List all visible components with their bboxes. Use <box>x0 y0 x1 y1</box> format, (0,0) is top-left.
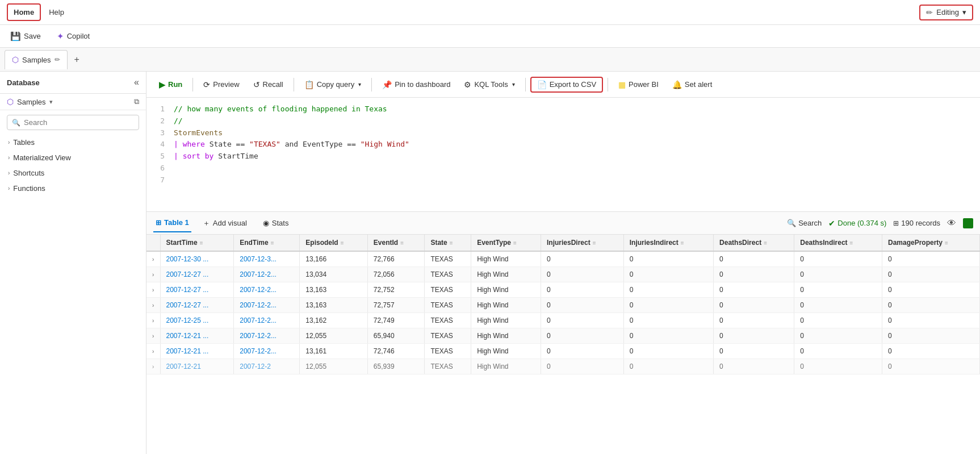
set-alert-button[interactable]: 🔔 Set alert <box>667 77 718 92</box>
export-csv-button[interactable]: 📄 Export to CSV <box>530 77 603 93</box>
th-state[interactable]: State≡ <box>425 235 471 251</box>
sidebar-shortcuts-label: Shortcuts <box>13 169 44 177</box>
stats-button[interactable]: ◉ Stats <box>258 216 294 230</box>
chevron-down-icon: ▾ <box>49 98 53 106</box>
samples-icon: ⬡ <box>12 55 19 64</box>
preview-button[interactable]: ⟳ Preview <box>198 77 245 92</box>
run-button[interactable]: ▶ Run <box>153 77 188 92</box>
table-row: ›2007-12-25 ...2007-12-2...13,16272,749T… <box>146 313 980 328</box>
tab-samples[interactable]: ⬡ Samples ✏ <box>5 50 68 69</box>
expand-row-button[interactable]: › <box>152 333 154 339</box>
results-search-button[interactable]: 🔍 Search <box>787 219 822 227</box>
done-icon: ✔ <box>828 219 835 228</box>
eye-button[interactable]: 👁 <box>947 218 956 228</box>
th-starttime[interactable]: StartTime≡ <box>160 235 234 251</box>
tab-samples-label: Samples <box>22 56 51 64</box>
results-tbody: ›2007-12-30 ...2007-12-3...13,16672,766T… <box>146 251 980 374</box>
code-line-4: 4 | where State == "TEXAS" and EventType… <box>153 139 973 151</box>
sidebar-item-shortcuts[interactable]: › Shortcuts <box>0 165 146 181</box>
save-button[interactable]: 💾 Save <box>7 29 44 44</box>
chevron-down-icon: ▾ <box>962 8 966 16</box>
expand-row-button[interactable]: › <box>152 287 154 293</box>
power-bi-button[interactable]: ▦ Power BI <box>613 77 664 92</box>
sidebar-functions-label: Functions <box>13 184 45 193</box>
separator <box>294 78 294 91</box>
nav-help[interactable]: Help <box>43 5 70 20</box>
expand-row-button[interactable]: › <box>152 272 154 278</box>
tab-table1[interactable]: ⊞ Table 1 <box>153 214 191 232</box>
th-deathsindirect[interactable]: DeathsIndirect≡ <box>794 235 882 251</box>
th-expand <box>146 235 160 251</box>
chevron-right-icon: › <box>8 170 10 176</box>
kql-icon: ⚙ <box>464 80 471 89</box>
alert-icon: 🔔 <box>672 80 682 89</box>
pin-to-dashboard-button[interactable]: 📌 Pin to dashboard <box>376 77 456 92</box>
recall-label: Recall <box>263 80 283 89</box>
nav-home[interactable]: Home <box>7 3 41 21</box>
preview-icon: ⟳ <box>203 80 210 89</box>
sidebar-item-tables[interactable]: › Tables <box>0 135 146 150</box>
th-eventtype[interactable]: EventType≡ <box>471 235 541 251</box>
sidebar-matview-label: Materialized View <box>13 153 71 162</box>
table1-label: Table 1 <box>164 218 189 227</box>
tab-bar: ⬡ Samples ✏ + <box>0 48 980 72</box>
code-line-6: 6 <box>153 163 973 174</box>
results-tabs-bar: ⊞ Table 1 ＋ Add visual ◉ Stats 🔍 <box>146 212 980 235</box>
chevron-right-icon: › <box>8 155 10 161</box>
copy-query-label: Copy query <box>317 80 354 89</box>
add-visual-label: Add visual <box>213 219 247 227</box>
copy-query-button[interactable]: 📋 Copy query ▾ <box>299 77 367 92</box>
sidebar-item-materialized-view[interactable]: › Materialized View <box>0 150 146 165</box>
sidebar-collapse-button[interactable]: « <box>134 77 139 88</box>
sidebar-db-item[interactable]: ⬡ Samples ▾ ⧉ <box>0 94 146 110</box>
expand-row-button[interactable]: › <box>152 348 154 355</box>
query-toolbar: ▶ Run ⟳ Preview ↺ Recall 📋 Copy query ▾ … <box>146 72 980 98</box>
kql-tools-button[interactable]: ⚙ KQL Tools ▾ <box>458 77 520 92</box>
set-alert-label: Set alert <box>685 80 712 89</box>
sidebar-tables-label: Tables <box>13 138 35 147</box>
th-damageproperty[interactable]: DamageProperty≡ <box>882 235 979 251</box>
main-layout: Database « ⬡ Samples ▾ ⧉ 🔍 › Tables › Ma… <box>0 72 980 454</box>
sidebar-search-box[interactable]: 🔍 <box>7 115 139 130</box>
results-table-container[interactable]: StartTime≡ EndTime≡ EpisodeId≡ EventId≡ … <box>146 235 980 454</box>
sidebar-item-functions[interactable]: › Functions <box>0 181 146 196</box>
sidebar-search-input[interactable] <box>24 118 134 127</box>
save-icon: 💾 <box>10 31 21 41</box>
chevron-right-icon: › <box>8 185 10 191</box>
results-table: StartTime≡ EndTime≡ EpisodeId≡ EventId≡ … <box>146 235 980 374</box>
table-row: ›2007-12-30 ...2007-12-3...13,16672,766T… <box>146 251 980 267</box>
recall-button[interactable]: ↺ Recall <box>248 77 289 92</box>
separator <box>525 78 526 91</box>
add-tab-button[interactable]: + <box>70 52 84 67</box>
pin-icon: 📌 <box>382 80 392 89</box>
expand-row-button[interactable]: › <box>152 364 154 370</box>
editing-status[interactable]: ✏ Editing ▾ <box>919 5 973 20</box>
kql-label: KQL Tools <box>474 80 508 89</box>
th-deathsdirect[interactable]: DeathsDirect≡ <box>714 235 794 251</box>
code-editor[interactable]: 1 // how many events of flooding happene… <box>146 98 980 211</box>
chevron-down-icon: ▾ <box>512 81 515 88</box>
new-window-icon[interactable]: ⧉ <box>134 97 139 106</box>
expand-row-button[interactable]: › <box>152 302 154 309</box>
th-injuriesindirect[interactable]: InjuriesIndirect≡ <box>623 235 713 251</box>
separator <box>608 78 608 91</box>
stats-label: Stats <box>272 219 289 227</box>
expand-row-button[interactable]: › <box>152 318 154 324</box>
th-episodeid[interactable]: EpisodeId≡ <box>300 235 368 251</box>
table-records-icon: ⊞ <box>893 219 899 227</box>
th-injuriesdirect[interactable]: InjuriesDirect≡ <box>541 235 624 251</box>
db-icon: ⬡ <box>7 97 14 106</box>
th-eventid[interactable]: EventId≡ <box>367 235 425 251</box>
export-label: Export to CSV <box>550 80 596 89</box>
main-toolbar: 💾 Save ✦ Copilot <box>0 25 980 48</box>
th-endtime[interactable]: EndTime≡ <box>234 235 300 251</box>
export-icon: 📄 <box>537 80 547 89</box>
chevron-right-icon: › <box>8 139 10 145</box>
table-row: ›2007-12-27 ...2007-12-2...13,03472,056T… <box>146 267 980 282</box>
expand-row-button[interactable]: › <box>152 256 154 263</box>
run-icon: ▶ <box>159 80 165 89</box>
table-row: ›2007-12-27 ...2007-12-2...13,16372,757T… <box>146 298 980 313</box>
copilot-button[interactable]: ✦ Copilot <box>53 29 93 44</box>
code-line-7: 7 <box>153 174 973 186</box>
add-visual-button[interactable]: ＋ Add visual <box>198 216 252 231</box>
